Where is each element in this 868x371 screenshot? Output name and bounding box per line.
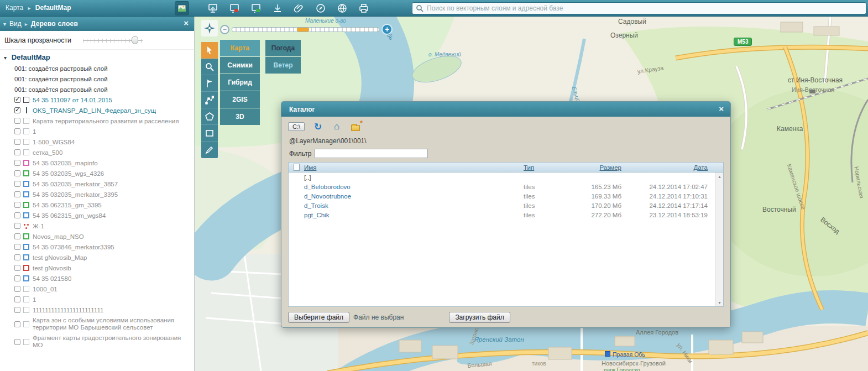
layer-tree-item[interactable]: 001: создаётся растровый слой	[0, 74, 194, 84]
layer-checkbox[interactable]	[14, 97, 20, 103]
layer-checkbox[interactable]	[14, 321, 20, 327]
print-button[interactable]	[357, 1, 371, 15]
layer-tree-item[interactable]: 54 35 021580	[0, 273, 194, 284]
layer-tree-item[interactable]: 54 35 032035_merkator_3857	[0, 179, 194, 189]
layer-checkbox[interactable]	[14, 254, 20, 260]
layer-tree-item[interactable]: 54 35 062315_gm_3395	[0, 200, 194, 210]
layer-checkbox[interactable]	[14, 286, 20, 292]
zoom-out-button[interactable]	[220, 25, 229, 34]
dialog-close-button[interactable]: ×	[719, 104, 724, 113]
layer-checkbox[interactable]	[14, 265, 20, 271]
layer-checkbox[interactable]	[14, 107, 20, 113]
layer-tree-item[interactable]: 1	[0, 126, 194, 137]
layer-checkbox[interactable]	[14, 339, 20, 345]
filter-input[interactable]	[315, 149, 428, 158]
zoom-tool-button[interactable]	[201, 59, 218, 75]
tree-root-caret-icon[interactable]: ▾	[4, 55, 7, 61]
layer-tree-item[interactable]: Ж-1	[0, 221, 194, 231]
layer-checkbox[interactable]	[14, 244, 20, 250]
column-type[interactable]: Тип	[524, 164, 572, 171]
new-folder-icon[interactable]: *	[350, 121, 361, 132]
download-button[interactable]	[270, 1, 285, 15]
layer-checkbox[interactable]	[14, 139, 20, 145]
layer-checkbox[interactable]	[14, 149, 20, 155]
layer-tree-item[interactable]: test gNovosib	[0, 263, 194, 273]
upload-button[interactable]: Загрузить файл	[449, 312, 510, 323]
overlay-button[interactable]: Погода	[265, 40, 301, 56]
compass-button[interactable]	[313, 1, 328, 15]
layer-tree-item[interactable]: 11111111111111111111111	[0, 305, 194, 315]
column-size[interactable]: Размер	[572, 164, 630, 171]
export-pdf-button[interactable]	[227, 1, 242, 15]
basemap-button[interactable]: Гибрид	[220, 74, 260, 91]
panel-close-button[interactable]: ×	[184, 18, 189, 28]
rectangle-select-tool-button[interactable]	[201, 125, 218, 142]
placemark-tool-button[interactable]	[201, 75, 218, 92]
file-row[interactable]: d_Troisk tiles 170.20 Мб 24.12.2014 17:1…	[289, 201, 723, 210]
layer-checkbox[interactable]	[14, 233, 20, 239]
layer-checkbox[interactable]	[14, 296, 20, 302]
upload-layer-button[interactable]	[206, 1, 220, 15]
basemap-button[interactable]: Карта	[220, 40, 260, 56]
compass-rose-button[interactable]	[201, 20, 218, 36]
map-canvas[interactable]: Маленькие о-воСадовыйОзерныйОбьо. Медвеж…	[195, 17, 868, 371]
layer-tree-item[interactable]: 1-500_WGS84	[0, 137, 194, 147]
tree-root-node[interactable]: ▾ DefaultMap	[0, 51, 194, 63]
zoom-slider[interactable]	[232, 27, 379, 32]
layer-tree-item[interactable]: сетка_500	[0, 147, 194, 158]
file-row[interactable]: d_Novootrubnoe tiles 169.33 Мб 24.12.201…	[289, 191, 723, 201]
column-name[interactable]: Имя	[304, 164, 524, 171]
drive-button[interactable]: C:\	[288, 122, 305, 131]
layer-checkbox[interactable]	[14, 191, 20, 197]
transparency-slider[interactable]	[83, 38, 143, 43]
table-scrollbar[interactable]: ▲ ▼	[715, 173, 723, 306]
layer-tree-item[interactable]: Фрагмент карты градостроительного зониро…	[0, 333, 194, 351]
layer-tree-item[interactable]: 54 35 032035_mapinfo	[0, 158, 194, 168]
layer-tree-item[interactable]: 54 35 073846_merkator3395	[0, 242, 194, 252]
dialog-header[interactable]: Каталог ×	[281, 102, 730, 117]
parent-folder-row[interactable]: [..]	[289, 173, 723, 182]
panel-collapse-icon[interactable]: ▾	[3, 21, 6, 27]
layer-tree-item[interactable]: 54 35 062315_gm_wgs84	[0, 210, 194, 221]
layer-tree-item[interactable]: test gNovosib_Map	[0, 252, 194, 263]
layer-tree-item[interactable]: OKS_TRANSP_AD_LIN_Федерал_зн_сущ	[0, 105, 194, 116]
layer-tree-item[interactable]: 001: создаётся растровый слой	[0, 84, 194, 95]
zoom-in-button[interactable]	[381, 24, 393, 35]
layer-checkbox[interactable]	[14, 128, 20, 134]
basemap-button[interactable]: 2GIS	[220, 91, 260, 108]
zoom-slider-handle[interactable]	[297, 28, 309, 32]
basemap-button[interactable]: Снимки	[220, 57, 260, 74]
identify-tool-button[interactable]	[201, 42, 218, 59]
export-image-button[interactable]	[249, 1, 263, 15]
view-menu[interactable]: Вид	[9, 20, 22, 28]
layer-tree-item[interactable]: 1	[0, 294, 194, 305]
layer-checkbox[interactable]	[14, 181, 20, 187]
layer-tree-item[interactable]: Карта зон с особыми условиями использова…	[0, 315, 194, 333]
measure-tool-button[interactable]	[201, 92, 218, 108]
file-row[interactable]: d_Beloborodovo tiles 165.23 Мб 24.12.201…	[289, 182, 723, 191]
layer-tree-item[interactable]: Карата территориального развития и рассе…	[0, 116, 194, 126]
layer-tree-item[interactable]: 54 35 032035_merkator_3395	[0, 189, 194, 200]
layer-checkbox[interactable]	[14, 275, 20, 281]
layer-checkbox[interactable]	[14, 223, 20, 229]
home-icon[interactable]: ⌂	[331, 121, 342, 132]
layer-tree-item[interactable]: 001: создаётся растровый слой	[0, 63, 194, 74]
layer-checkbox[interactable]	[14, 118, 20, 124]
draw-tool-button[interactable]	[201, 142, 218, 158]
column-date[interactable]: Дата	[630, 164, 723, 171]
layer-checkbox[interactable]	[14, 160, 20, 166]
transparency-slider-knob[interactable]	[132, 36, 138, 44]
layer-tree-item[interactable]: 54 35 111097 от 14.01.2015	[0, 95, 194, 105]
overlay-button[interactable]: Ветер	[265, 57, 301, 74]
layer-checkbox[interactable]	[14, 170, 20, 176]
layer-checkbox[interactable]	[14, 202, 20, 208]
breadcrumb-root[interactable]: Карта	[6, 4, 23, 12]
search-input[interactable]	[427, 4, 862, 12]
attach-button[interactable]	[292, 1, 306, 15]
scroll-up-icon[interactable]: ▲	[715, 173, 723, 180]
layer-tree-item[interactable]: 1000_01	[0, 284, 194, 294]
layer-tree-item[interactable]: Novos_map_NSO	[0, 231, 194, 242]
web-map-button[interactable]	[335, 1, 349, 15]
basemap-picker-button[interactable]	[175, 1, 189, 15]
layer-checkbox[interactable]	[14, 307, 20, 313]
